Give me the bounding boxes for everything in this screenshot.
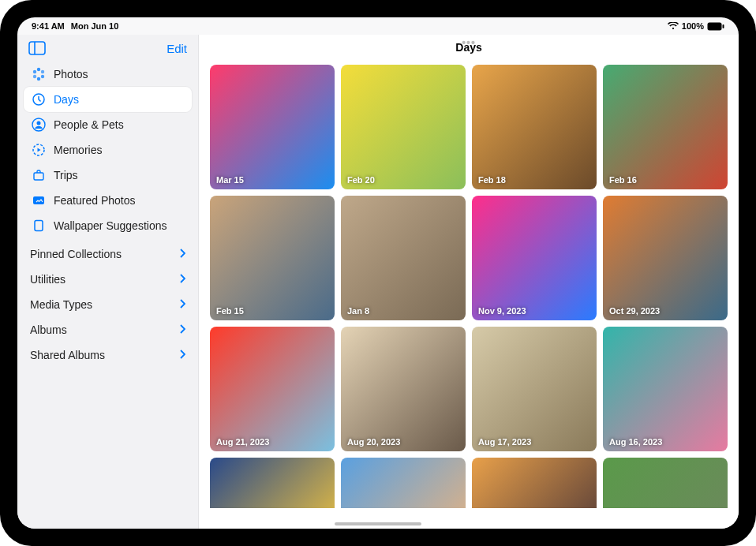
- svg-rect-14: [34, 173, 43, 180]
- sidebar: Edit Photos Days: [17, 35, 199, 529]
- section-media-types[interactable]: Media Types: [17, 292, 198, 317]
- day-tile[interactable]: [472, 458, 597, 508]
- sidebar-item-memories[interactable]: Memories: [24, 137, 192, 163]
- sidebar-item-label: Days: [54, 93, 79, 106]
- sidebar-item-photos[interactable]: Photos: [24, 62, 192, 87]
- chevron-right-icon: [179, 349, 185, 361]
- tile-date-label: Aug 17, 2023: [478, 437, 531, 447]
- sidebar-item-label: Featured Photos: [54, 194, 136, 207]
- tile-date-label: Feb 20: [347, 175, 375, 185]
- chevron-right-icon: [179, 248, 185, 260]
- status-date: Mon Jun 10: [71, 21, 119, 31]
- day-tile[interactable]: Feb 16: [603, 65, 728, 189]
- clock-icon: [32, 92, 46, 107]
- status-bar: 9:41 AM Mon Jun 10 100%: [17, 17, 739, 35]
- tile-date-label: Aug 21, 2023: [216, 437, 269, 447]
- section-utilities[interactable]: Utilities: [17, 267, 198, 292]
- sidebar-nav: Photos Days People & Pets: [17, 58, 198, 241]
- day-tile[interactable]: Aug 21, 2023: [210, 327, 335, 451]
- svg-rect-0: [708, 22, 722, 30]
- svg-rect-15: [33, 196, 44, 204]
- chevron-right-icon: [179, 323, 185, 336]
- day-tile[interactable]: Aug 20, 2023: [341, 327, 466, 451]
- svg-point-5: [41, 70, 44, 73]
- day-tile[interactable]: Oct 29, 2023: [603, 196, 728, 320]
- svg-rect-16: [35, 221, 43, 231]
- sidebar-item-days[interactable]: Days: [24, 87, 192, 112]
- sidebar-item-label: Wallpaper Suggestions: [54, 219, 167, 232]
- sidebar-item-trips[interactable]: Trips: [24, 163, 192, 188]
- battery-percentage: 100%: [682, 21, 704, 31]
- section-label: Utilities: [30, 273, 65, 286]
- sidebar-item-label: Memories: [54, 144, 102, 156]
- battery-icon: [707, 22, 724, 31]
- day-tile[interactable]: [210, 458, 335, 508]
- day-tile[interactable]: Jan 8: [341, 196, 466, 320]
- day-tile[interactable]: Aug 17, 2023: [472, 327, 597, 451]
- chevron-right-icon: [179, 273, 185, 286]
- sidebar-sections: Pinned Collections Utilities Media Types: [17, 241, 198, 368]
- section-shared-albums[interactable]: Shared Albums: [17, 342, 198, 368]
- svg-point-7: [37, 77, 40, 80]
- sidebar-item-featured-photos[interactable]: Featured Photos: [24, 188, 192, 213]
- day-tile[interactable]: [341, 458, 466, 508]
- sidebar-item-people-pets[interactable]: People & Pets: [24, 112, 192, 137]
- svg-point-4: [37, 68, 40, 71]
- svg-point-9: [33, 70, 36, 73]
- svg-point-8: [33, 75, 36, 78]
- sidebar-toggle-icon[interactable]: [28, 41, 46, 55]
- featured-icon: [32, 193, 46, 208]
- tile-date-label: Aug 16, 2023: [609, 437, 662, 447]
- day-tile[interactable]: Nov 9, 2023: [472, 196, 597, 320]
- tile-date-label: Oct 29, 2023: [609, 306, 660, 316]
- tile-date-label: Feb 18: [478, 175, 506, 185]
- memories-icon: [32, 143, 46, 157]
- edit-button[interactable]: Edit: [167, 42, 187, 55]
- tile-date-label: Jan 8: [347, 306, 369, 316]
- chevron-right-icon: [179, 298, 185, 311]
- tile-date-label: Feb 15: [216, 306, 244, 316]
- sidebar-item-label: Photos: [54, 68, 88, 80]
- day-tile[interactable]: Feb 15: [210, 196, 335, 320]
- sidebar-item-label: People & Pets: [54, 118, 124, 131]
- device-frame: 9:41 AM Mon Jun 10 100% Edit: [0, 0, 756, 546]
- suitcase-icon: [32, 168, 46, 182]
- wifi-icon: [668, 22, 679, 30]
- svg-rect-1: [723, 24, 724, 28]
- section-label: Pinned Collections: [30, 248, 122, 260]
- tile-date-label: Nov 9, 2023: [478, 306, 526, 316]
- screen: 9:41 AM Mon Jun 10 100% Edit: [17, 17, 739, 529]
- section-label: Media Types: [30, 298, 92, 311]
- main-content: ••• Days Mar 15Feb 20Feb 18Feb 16Feb 15J…: [199, 35, 739, 529]
- day-tile[interactable]: [603, 458, 728, 508]
- sidebar-item-label: Trips: [54, 169, 78, 181]
- tile-date-label: Mar 15: [216, 175, 244, 185]
- photo-grid-scroll[interactable]: Mar 15Feb 20Feb 18Feb 16Feb 15Jan 8Nov 9…: [199, 57, 739, 529]
- day-tile[interactable]: Feb 20: [341, 65, 466, 189]
- svg-point-12: [37, 122, 41, 125]
- svg-rect-2: [29, 42, 45, 54]
- day-tile[interactable]: Mar 15: [210, 65, 335, 189]
- tile-date-label: Feb 16: [609, 175, 637, 185]
- section-label: Shared Albums: [30, 349, 105, 361]
- drag-handle-icon[interactable]: •••: [462, 36, 476, 49]
- section-albums[interactable]: Albums: [17, 317, 198, 342]
- status-time: 9:41 AM: [32, 21, 65, 31]
- section-pinned-collections[interactable]: Pinned Collections: [17, 241, 198, 267]
- photos-icon: [32, 67, 46, 81]
- home-indicator[interactable]: [335, 522, 421, 525]
- photo-grid: Mar 15Feb 20Feb 18Feb 16Feb 15Jan 8Nov 9…: [210, 65, 728, 508]
- section-label: Albums: [30, 323, 67, 336]
- day-tile[interactable]: Feb 18: [472, 65, 597, 189]
- sidebar-item-wallpaper-suggestions[interactable]: Wallpaper Suggestions: [24, 213, 192, 238]
- tile-date-label: Aug 20, 2023: [347, 437, 400, 447]
- day-tile[interactable]: Aug 16, 2023: [603, 327, 728, 451]
- person-icon: [32, 118, 46, 132]
- wallpaper-icon: [32, 219, 46, 233]
- svg-point-6: [41, 75, 44, 78]
